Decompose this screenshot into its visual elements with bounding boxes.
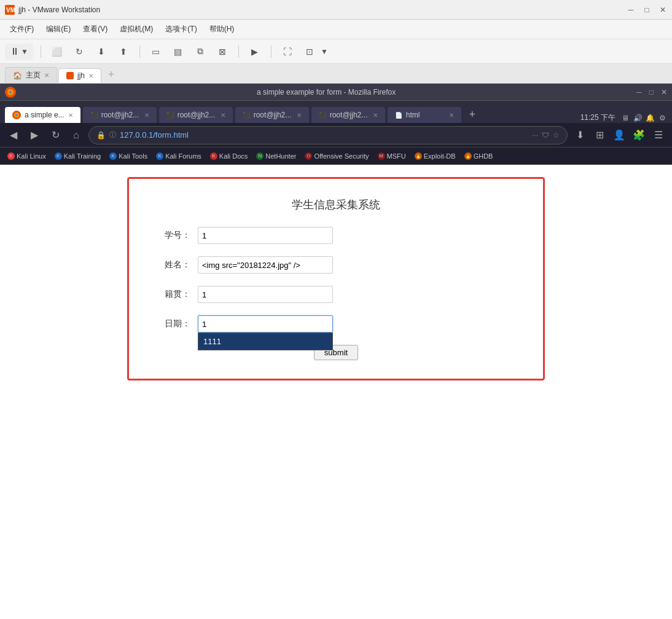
- bm-kali-training[interactable]: K Kali Training: [52, 151, 104, 161]
- ff-minimize-button[interactable]: ─: [636, 88, 642, 97]
- name-label: 姓名：: [154, 259, 190, 270]
- bm-forums-label: Kali Forums: [165, 152, 201, 160]
- ff-nav-right: ⬇ ⊞ 👤 🧩 ☰: [571, 127, 667, 144]
- ff-reload-button[interactable]: ↻: [47, 127, 64, 144]
- menu-help[interactable]: 帮助(H): [205, 22, 240, 37]
- ff-tab-terminal-4[interactable]: ⬛ root@jjh2... ✕: [311, 107, 385, 123]
- ff-profile-icon[interactable]: 👤: [611, 127, 628, 144]
- student-id-input[interactable]: [198, 227, 333, 244]
- bm-msfu[interactable]: M MSFU: [375, 151, 408, 161]
- form-row-date: 日期： 1111: [154, 315, 518, 333]
- menu-edit[interactable]: 编辑(E): [41, 22, 76, 37]
- bm-exploitdb-label: Exploit-DB: [424, 152, 456, 160]
- ff-menu-dots[interactable]: ···: [532, 131, 538, 140]
- form-row-student-id: 学号：: [154, 227, 518, 244]
- ff-tab-html-close[interactable]: ✕: [449, 112, 454, 119]
- bm-exploit-db[interactable]: 🔥 Exploit-DB: [412, 151, 458, 161]
- bm-kali-linux[interactable]: K Kali Linux: [5, 151, 49, 161]
- ff-back-button[interactable]: ◀: [5, 127, 22, 144]
- ff-tab-terminal-2[interactable]: ⬛ root@jjh2... ✕: [159, 107, 233, 123]
- ff-forward-button[interactable]: ▶: [26, 127, 43, 144]
- vmware-tab-jjh-label: jjh: [77, 71, 85, 80]
- bm-kali-forums[interactable]: K Kali Forums: [154, 151, 204, 161]
- menu-vm[interactable]: 虚拟机(M): [115, 22, 158, 37]
- vmware-tab-jjh[interactable]: jjh ✕: [58, 68, 101, 83]
- bm-msfu-icon: M: [378, 152, 385, 160]
- ff-star-icon[interactable]: ☆: [553, 131, 560, 140]
- autocomplete-dropdown: 1111: [198, 333, 333, 350]
- menu-view[interactable]: 查看(V): [78, 22, 112, 37]
- pause-button[interactable]: ⏸ ▼: [5, 44, 33, 60]
- ff-tab-t2-close[interactable]: ✕: [221, 112, 225, 119]
- toolbar-btn-3[interactable]: ⬇: [93, 43, 110, 60]
- form-row-name: 姓名：: [154, 256, 518, 274]
- bm-offsec-label: Offensive Security: [314, 152, 369, 160]
- minimize-button[interactable]: ─: [627, 6, 635, 14]
- menu-file[interactable]: 文件(F): [5, 22, 39, 37]
- bm-forums-icon: K: [156, 152, 163, 160]
- ff-tab-active[interactable]: a simple e... ✕: [5, 107, 80, 123]
- menu-tabs[interactable]: 选项卡(T): [160, 22, 201, 37]
- ff-downloads-icon[interactable]: ⬇: [571, 127, 588, 144]
- bm-exploitdb-icon: 🔥: [415, 152, 422, 160]
- ff-tab-t3-close[interactable]: ✕: [297, 112, 302, 119]
- toolbar-btn-9[interactable]: ▶: [246, 43, 264, 60]
- bm-ghdb[interactable]: 🔥 GHDB: [462, 151, 496, 161]
- vmware-tabs: 🏠 主页 ✕ jjh ✕ +: [0, 64, 672, 84]
- vmware-tab-jjh-close[interactable]: ✕: [88, 73, 93, 79]
- ff-tab-html[interactable]: 📄 html ✕: [388, 107, 461, 123]
- ff-home-button[interactable]: ⌂: [68, 127, 85, 144]
- student-id-label: 学号：: [154, 230, 190, 241]
- ff-tab-terminal-1[interactable]: ⬛ root@jjh2... ✕: [83, 107, 157, 123]
- ff-restore-button[interactable]: □: [649, 88, 654, 97]
- toolbar-btn-1[interactable]: ⬜: [49, 43, 66, 60]
- toolbar-btn-6[interactable]: ▤: [170, 43, 187, 60]
- ff-address-bar[interactable]: 🔒 ⓘ 127.0.0.1/form.html ··· 🛡 ☆: [88, 126, 568, 144]
- name-input[interactable]: [198, 256, 333, 274]
- ff-hamburger-menu[interactable]: ☰: [650, 127, 667, 144]
- close-button[interactable]: ✕: [658, 6, 667, 14]
- maximize-button[interactable]: □: [643, 6, 651, 14]
- ff-extensions-icon[interactable]: 🧩: [630, 127, 647, 144]
- ff-tab-t4-close[interactable]: ✕: [373, 112, 378, 119]
- ff-tab-t3-label: root@jjh2...: [254, 111, 292, 119]
- ff-tab-close[interactable]: ✕: [68, 112, 73, 119]
- autocomplete-item-1111[interactable]: 1111: [198, 333, 332, 350]
- bm-kali-icon: K: [7, 152, 15, 160]
- new-tab-button[interactable]: +: [103, 66, 120, 83]
- bm-nethunter[interactable]: N NetHunter: [254, 151, 299, 161]
- toolbar-separator-1: [41, 45, 41, 58]
- ff-clock-area: 11:25 下午 🖥 🔊 🔔 ⚙: [580, 112, 667, 123]
- ff-tab-t1-close[interactable]: ✕: [144, 112, 149, 119]
- bm-offensive-security[interactable]: O Offensive Security: [302, 151, 371, 161]
- toolbar-btn-5[interactable]: ▭: [147, 43, 165, 60]
- speaker-icon[interactable]: 🔊: [633, 113, 643, 123]
- bm-kali-tools[interactable]: K Kali Tools: [107, 151, 150, 161]
- ff-titlebar: a simple example for form - Mozilla Fire…: [0, 84, 672, 101]
- vmware-tab-home[interactable]: 🏠 主页 ✕: [5, 67, 57, 83]
- monitor-icon[interactable]: 🖥: [620, 113, 630, 123]
- ff-tab-terminal-3[interactable]: ⬛ root@jjh2... ✕: [235, 107, 309, 123]
- toolbar-btn-2[interactable]: ↻: [71, 43, 88, 60]
- toolbar-btn-4[interactable]: ⬆: [115, 43, 132, 60]
- ff-synced-tabs-icon[interactable]: ⊞: [591, 127, 608, 144]
- toolbar-btn-fs2[interactable]: ⊡: [301, 43, 318, 60]
- hometown-label: 籍贯：: [154, 289, 190, 300]
- toolbar-btn-fullscreen[interactable]: ⛶: [279, 43, 296, 60]
- bm-kali-docs[interactable]: K Kali Docs: [208, 151, 250, 161]
- ff-bookmark-star[interactable]: 🛡: [542, 131, 549, 140]
- form-title: 学生信息采集系统: [154, 197, 518, 212]
- toolbar-btn-8[interactable]: ⊠: [214, 43, 231, 60]
- toolbar-btn-7[interactable]: ⧉: [192, 43, 209, 60]
- hometown-input[interactable]: [198, 286, 333, 303]
- settings-icon[interactable]: ⚙: [657, 113, 667, 123]
- firefox-window: a simple example for form - Mozilla Fire…: [0, 84, 672, 619]
- ff-new-tab-button[interactable]: +: [464, 106, 481, 123]
- bell-icon[interactable]: 🔔: [645, 113, 655, 123]
- ff-tab-html-label: html: [406, 111, 420, 119]
- bm-nethunter-icon: N: [256, 152, 264, 160]
- date-input[interactable]: [198, 315, 333, 333]
- bm-training-icon: K: [55, 152, 62, 160]
- vmware-tab-home-close[interactable]: ✕: [44, 72, 49, 79]
- ff-close-button[interactable]: ✕: [661, 88, 667, 97]
